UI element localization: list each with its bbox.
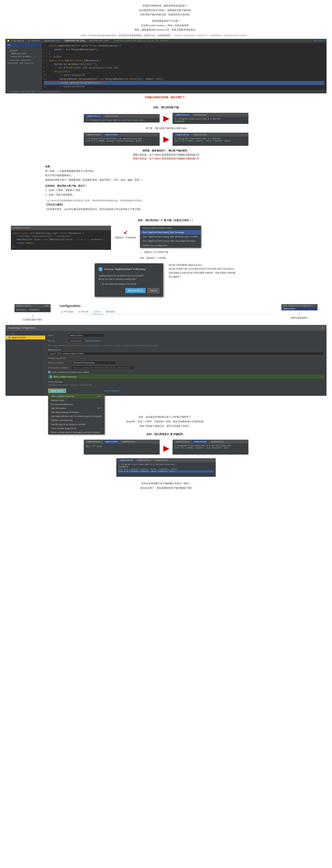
tab-cl-fin1[interactable]: UdpEchoClient	[136, 459, 152, 462]
tab-cl-j2[interactable]: UdpEchoClient	[120, 440, 137, 443]
tab-cl-jr[interactable]: UdpEchoClient	[192, 440, 208, 443]
config-tab-2[interactable]: 运 /Run 框	[77, 310, 90, 314]
server-final-col: UdpEchoServer UdpEchoClient UdpEchoClien…	[172, 440, 248, 455]
server-final-note: 启动服务器	[118, 465, 214, 468]
popup-add-provided[interactable]: Add dependencies with 'provided' scope t…	[48, 414, 105, 418]
env-vars-input[interactable]	[71, 366, 135, 370]
sidebar-ac-item[interactable]: ac	[6, 46, 42, 49]
sidebar-add-icon-row[interactable]: + − ⊡	[6, 332, 45, 336]
class-select[interactable]: network.UdpEchoClient	[61, 352, 324, 355]
dialog-stop-btn[interactable]: Stop and Rerun	[125, 288, 145, 293]
tab-server-h1[interactable]: UdpEchoServer	[85, 133, 102, 136]
ide-server-label: UdpEchoServer	[44, 40, 59, 42]
sidebar-active-item[interactable]: out	[6, 43, 42, 46]
select-blue-area: Save 'UdpEchoClient' configuration ▾ Udp…	[281, 304, 317, 310]
popup-no-build[interactable]: Do not build before run	[48, 402, 105, 406]
dialog-box: ? Process 'UdpEchoClient' Is Running 'Ud…	[94, 263, 163, 297]
popup-add-vm[interactable]: Add VM options Alt+V	[48, 406, 105, 410]
tab-sv-j1[interactable]: UdpEchoServer	[85, 440, 102, 443]
run-icon[interactable]: ▶	[12, 226, 14, 229]
config-tab-4[interactable]: 额外选项	[105, 310, 116, 314]
popup-allow-multiple[interactable]: Allow multiple instances Alt+?	[48, 394, 105, 398]
tree-item-udpclient[interactable]: UdpEchoClient	[6, 336, 45, 340]
code-line-12-highlight: 12 socket.receive(datagramPacket);// ←	[44, 81, 324, 85]
open-console-cb[interactable]	[48, 371, 51, 373]
tab-server-r2[interactable]: UdpEchoServer	[174, 133, 191, 136]
tab-cl-j1[interactable]: UdpEchoClient	[103, 440, 119, 443]
tab-server-l[interactable]: UdpEchoServer	[85, 115, 102, 117]
allow-multiple-cb[interactable]: ✓	[50, 375, 52, 378]
terminal-client-java-header: UdpEchoServer UdpEchoClient UdpEchoClien…	[84, 440, 160, 443]
prog-args-label: Program arguments	[48, 357, 66, 359]
sidebar-udpserver-item[interactable]: NetworkProgrammin...	[6, 55, 42, 58]
server-final-resp2: [127.0.0.1:63531] request: java, respons…	[118, 470, 214, 472]
add-run-options-link[interactable]: Add Run Options	[104, 390, 119, 392]
tab-cl-fin2[interactable]: UdpEchoClient	[153, 459, 169, 462]
sidebar-network-item[interactable]: network	[6, 49, 42, 52]
tab-sv-jr[interactable]: UdpEchoServer	[174, 440, 191, 443]
dialog-checkbox-label: Do not show this dialog in the future	[102, 283, 136, 285]
small-debug-btn[interactable]: 🐛	[47, 305, 49, 307]
config-tab-3[interactable]: 启动-run	[92, 310, 103, 314]
server-resp-line: [127.0.0.1:9090] request: hello,response…	[174, 140, 246, 142]
small-run-btn[interactable]: ▶	[44, 305, 46, 307]
ctx-item-debug[interactable]: Debug 'UdpEchoClient.main()'	[140, 226, 201, 230]
annotation-line-1: 在我写代码的时候，服务器早就启动起来了。	[54, 4, 278, 8]
tab-server-r[interactable]: UdpEchoServer	[174, 114, 191, 116]
popup-save-console[interactable]: Save console output to file	[48, 426, 105, 430]
dialog-checkbox-row[interactable]: Do not show this dialog in the future	[99, 283, 160, 285]
ln-7: 7	[44, 63, 48, 66]
popup-shorten[interactable]: Shorten command line	[48, 418, 105, 422]
arrow-left-down: ↙	[123, 229, 128, 235]
terminal-server-resp-header: UdpEchoServer UdpEchoClient	[173, 133, 248, 136]
terminal-server-response: UdpEchoServer UdpEchoClient 7C:\Program …	[172, 133, 248, 146]
popup-add-deps[interactable]: Add dependencies of module	[48, 410, 105, 414]
tab-client-h1[interactable]: UdpEchoClient	[103, 133, 119, 136]
terminal-left-header: UdpEchoServer UdpEchoClient	[84, 114, 160, 118]
popup-redirect[interactable]: Redirect input	[48, 398, 105, 402]
ide-tab2[interactable]: UdpEchoClient.java	[87, 39, 110, 42]
ide-run-label: UdpEchoClient	[15, 227, 30, 229]
open-console-label: Open run/debug tool window when started	[52, 371, 89, 373]
run-on-value[interactable]: Local machine	[68, 339, 84, 343]
name-input[interactable]	[68, 334, 104, 337]
ctx-item-run[interactable]: Run 'UdpEchoClient.main()' with Coverage	[140, 230, 201, 235]
popup-allow-shortcut: Alt+?	[98, 395, 102, 397]
dialog-checkbox[interactable]	[99, 283, 101, 285]
tab-client-r[interactable]: UdpEchoClient	[192, 114, 208, 116]
sidebar-udpecho-item[interactable]: UdpEchoClient	[6, 52, 42, 55]
config-tab-1[interactable]: 运 /Run 框(v)	[60, 310, 75, 314]
ctx-item-jfr[interactable]: Run 'UdpEchoClient.main()' with 'Java Fl…	[140, 239, 201, 243]
ide-active-tab[interactable]: UdpEchoServer.java	[64, 39, 86, 42]
run-debug-close[interactable]: ✕	[322, 327, 324, 329]
tab-client-l[interactable]: UdpEchoClient	[103, 115, 119, 117]
config-arrow-label: 点击最左边的小箭头	[23, 318, 42, 321]
code-comment-2: // UDP 要手动建立连接的，需要 服务器启动后自己去发的 时候，	[49, 66, 120, 70]
annotation-line-6: 因此，服务器就会在 receive 方法，而进入阻塞等待的状态。	[54, 28, 278, 32]
modify-options-button[interactable]: Modify options	[48, 389, 66, 393]
ide-download-link[interactable]: Download Ch	[313, 40, 325, 42]
working-dir-label: Working directory:	[48, 362, 70, 364]
expand-line-9: 【可以压力测试】	[45, 203, 287, 207]
code-comment-1: // 启动服务	[49, 55, 62, 59]
code-line-8: 8 // UDP 要手动建立连接的，需要 服务器启动后自己去发的 时候，	[44, 66, 324, 70]
popup-specify-logs[interactable]: Specify logs to be shown in console	[48, 423, 105, 426]
tab-client-r2[interactable]: UdpEchoClient	[192, 133, 208, 136]
code-line-10: 10 // 读取客户端发来的请求	[44, 73, 324, 77]
sidebar-scratches-item: Scratches and Consoles	[6, 62, 42, 65]
ide-screenshot-section1: 📁 Programming › ac network › UdpEchoServ…	[5, 39, 327, 93]
dialog-cancel-btn[interactable]: Cancel	[147, 288, 160, 293]
tab-cl-jr2[interactable]: UdpEchoClient	[210, 440, 225, 443]
ctx-item-modify[interactable]: Modify Run Configuration...	[140, 243, 201, 248]
manage-targets-link[interactable]: Manage targets...	[86, 340, 102, 342]
small-ide-dropdown[interactable]: UdpEchoClient ▾	[16, 305, 31, 307]
annotation-line-4: 此时的服务器在干什么呢？	[54, 19, 278, 23]
env-vars-row: Environment variables:	[48, 366, 324, 370]
dialog-ann-2: 我们的 UDP客户端 不允许同时运行的 不允许在客户端 不允许复运行。	[169, 267, 238, 271]
popup-show-console[interactable]: Show console when a message is printed t…	[48, 430, 105, 434]
working-dir-input[interactable]	[71, 361, 116, 365]
java-version-select[interactable]: Java 8	[48, 352, 57, 355]
ctx-item-profiler[interactable]: Run 'UdpEchoClient.main()' with 'Windows…	[140, 235, 201, 239]
selected-item[interactable]: UdpEchoClient	[281, 307, 317, 310]
tab-sv-fin[interactable]: UdpEchoServer	[118, 459, 135, 462]
